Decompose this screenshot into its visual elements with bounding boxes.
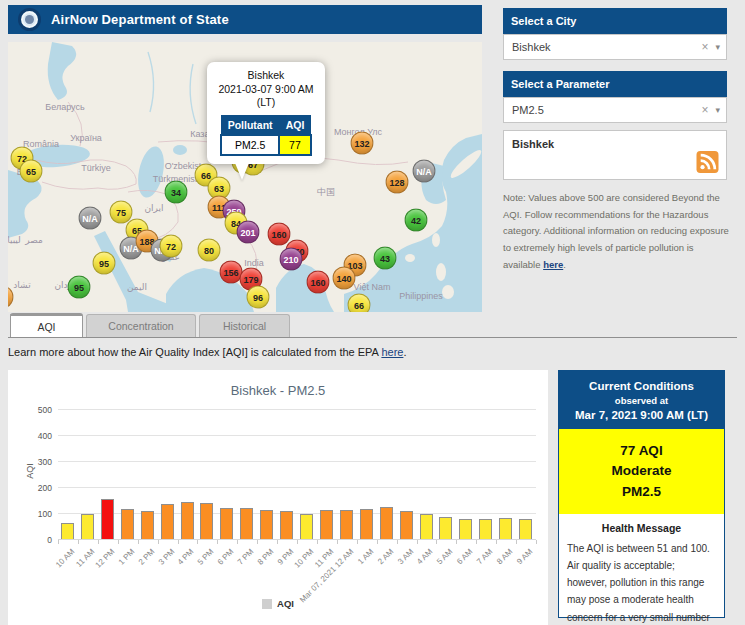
aqi-bar[interactable] xyxy=(420,514,433,539)
current-aqi-box: 77 AQI Moderate PM2.5 xyxy=(559,429,724,514)
aqi-bar[interactable] xyxy=(101,499,114,539)
app-header: AirNow Department of State xyxy=(8,5,482,34)
city-select[interactable]: Bishkek × ▾ xyxy=(503,34,727,60)
tab-aqi[interactable]: AQI xyxy=(10,313,83,337)
aqi-marker[interactable]: 43 xyxy=(374,247,397,270)
aqi-bar[interactable] xyxy=(360,509,373,539)
aqi-marker[interactable]: 160 xyxy=(307,271,330,294)
aqi-marker[interactable]: 201 xyxy=(237,221,260,244)
popup-table: Pollutant AQI PM2.5 77 xyxy=(220,115,312,156)
learn-more-here-link[interactable]: here xyxy=(381,346,403,358)
chart-x-tick xyxy=(357,540,358,544)
note-text: Note: Values above 500 are considered Be… xyxy=(503,192,729,270)
aqi-marker[interactable]: 96 xyxy=(247,286,270,309)
chart-x-tick xyxy=(197,540,198,544)
chart-x-tick xyxy=(257,540,258,544)
aqi-marker[interactable]: 42 xyxy=(405,209,428,232)
aqi-bar[interactable] xyxy=(260,510,273,539)
chart-x-tick-label: 3 AM xyxy=(396,547,415,566)
aqi-bar[interactable] xyxy=(320,510,333,539)
aqi-bar[interactable] xyxy=(479,519,492,539)
aqi-marker[interactable]: 128 xyxy=(386,171,409,194)
chart-x-tick-label: 7 PM xyxy=(236,547,256,567)
chart-x-tick xyxy=(158,540,159,544)
tab-bar: AQI Concentration Historical xyxy=(8,315,737,338)
aqi-bar[interactable] xyxy=(519,519,532,539)
aqi-bar[interactable] xyxy=(181,502,194,539)
map-place-label: ایران xyxy=(144,203,163,213)
aqi-marker[interactable]: 160 xyxy=(268,223,291,246)
aqi-bar[interactable] xyxy=(300,514,313,539)
tab-concentration[interactable]: Concentration xyxy=(86,314,196,337)
aqi-bar[interactable] xyxy=(81,514,94,539)
chart-gridline xyxy=(58,435,536,436)
tab-historical[interactable]: Historical xyxy=(199,314,290,337)
chart-x-tick xyxy=(536,540,537,544)
clear-icon[interactable]: × xyxy=(694,103,715,117)
chart-x-tick xyxy=(476,540,477,544)
chart-x-tick xyxy=(78,540,79,544)
aqi-marker[interactable]: 210 xyxy=(280,248,303,271)
aqi-bar[interactable] xyxy=(459,519,472,539)
chart-x-tick-label: 10 AM xyxy=(54,547,76,569)
chart-x-tick xyxy=(496,540,497,544)
city-select-value: Bishkek xyxy=(512,41,694,53)
chart-x-tick-label: 11 AM xyxy=(74,547,96,569)
legend-swatch xyxy=(262,599,272,609)
aqi-bar[interactable] xyxy=(61,523,74,539)
current-pollutant: PM2.5 xyxy=(563,482,720,502)
map-popup: Bishkek 2021-03-07 9:00 AM (LT) Pollutan… xyxy=(207,62,325,164)
aqi-marker[interactable]: 140 xyxy=(333,267,356,290)
rss-icon[interactable] xyxy=(696,151,719,173)
page-title: AirNow Department of State xyxy=(51,12,229,27)
note-here-link[interactable]: here xyxy=(543,259,563,270)
map-place-label: Україна xyxy=(70,133,102,143)
aqi-marker[interactable]: 95 xyxy=(68,276,91,299)
chevron-down-icon[interactable]: ▾ xyxy=(715,42,720,52)
aqi-bar[interactable] xyxy=(161,504,174,539)
aqi-marker-na[interactable]: N/A xyxy=(79,207,102,230)
learn-more-text: Learn more about how the Air Quality Ind… xyxy=(8,346,406,358)
chevron-down-icon[interactable]: ▾ xyxy=(715,105,720,115)
chart-x-tick xyxy=(397,540,398,544)
chart-x-tick-label: 6 PM xyxy=(216,547,236,567)
aqi-bar[interactable] xyxy=(200,503,213,539)
chart-gridline xyxy=(58,409,536,410)
chart-x-tick xyxy=(58,540,59,544)
aqi-chart-panel: Bishkek - PM2.5 AQI 10 AM11 AM12 PM1 PM2… xyxy=(8,370,548,625)
aqi-marker[interactable]: 72 xyxy=(160,235,183,258)
aqi-marker[interactable]: 34 xyxy=(165,181,188,204)
map-place-label: Việt Nam xyxy=(354,282,391,292)
aqi-bar[interactable] xyxy=(439,517,452,539)
aqi-marker[interactable]: 132 xyxy=(351,132,374,155)
map-place-label: تشاد xyxy=(13,280,30,290)
parameter-select[interactable]: PM2.5 × ▾ xyxy=(503,97,727,123)
map-place-label: 中国 xyxy=(317,186,335,199)
aqi-bar[interactable] xyxy=(499,518,512,539)
aqi-bar[interactable] xyxy=(400,511,413,539)
aqi-bar[interactable] xyxy=(340,510,353,539)
clear-icon[interactable]: × xyxy=(694,40,715,54)
map[interactable]: БеларусьУкраїнаRomâniaΕλλάςTürkiyeКазақс… xyxy=(8,42,482,312)
popup-city: Bishkek xyxy=(213,69,319,83)
airnow-page: AirNow Department of State xyxy=(0,0,745,625)
aqi-bar[interactable] xyxy=(121,509,134,539)
aqi-marker-na[interactable]: N/A xyxy=(413,160,436,183)
chart-x-tick xyxy=(516,540,517,544)
current-aqi-category: Moderate xyxy=(563,461,720,481)
aqi-marker[interactable]: 80 xyxy=(198,239,221,262)
aqi-marker[interactable]: 66 xyxy=(348,294,371,313)
chart-x-tick xyxy=(138,540,139,544)
aqi-bar[interactable] xyxy=(141,511,154,539)
chart-x-tick xyxy=(456,540,457,544)
aqi-marker[interactable]: 95 xyxy=(93,252,116,275)
aqi-marker[interactable]: 65 xyxy=(20,160,43,183)
aqi-bar[interactable] xyxy=(380,507,393,539)
aqi-bar[interactable] xyxy=(280,511,293,539)
aqi-bar[interactable] xyxy=(220,508,233,539)
chart-y-tick-label: 0 xyxy=(18,535,52,545)
popup-pollutant-value: PM2.5 xyxy=(221,135,279,155)
current-conditions-panel: Current Conditions observed at Mar 7, 20… xyxy=(558,370,725,618)
chart-y-tick-label: 500 xyxy=(18,405,52,415)
aqi-bar[interactable] xyxy=(240,508,253,539)
